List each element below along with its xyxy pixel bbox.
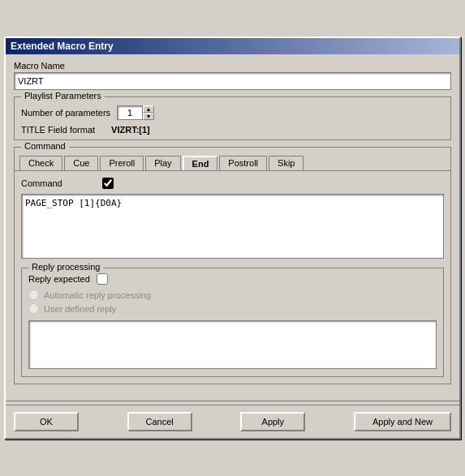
title-bar: Extended Macro Entry — [6, 38, 459, 54]
user-reply-row: User defined reply — [28, 303, 437, 314]
macro-name-label: Macro Name — [14, 61, 451, 71]
title-field-value: VIZRT:[1] — [111, 125, 150, 135]
auto-reply-radio[interactable] — [28, 289, 39, 300]
user-reply-radio[interactable] — [28, 303, 39, 314]
spinner-buttons: ▲ ▼ — [143, 105, 154, 120]
ok-button[interactable]: OK — [14, 412, 79, 431]
reply-textarea[interactable] — [28, 320, 437, 369]
spinner-down-button[interactable]: ▼ — [143, 113, 154, 120]
main-content: Macro Name Playlist Parameters Number of… — [6, 54, 459, 397]
command-check-row: Command — [21, 178, 444, 189]
apply-and-new-button[interactable]: Apply and New — [354, 412, 451, 431]
tab-end[interactable]: End — [183, 156, 218, 170]
tab-postroll[interactable]: Postroll — [219, 156, 267, 170]
auto-reply-row: Automatic reply processing — [28, 289, 437, 300]
window-title: Extended Macro Entry — [11, 41, 114, 52]
auto-reply-label: Automatic reply processing — [44, 290, 151, 300]
tab-play[interactable]: Play — [145, 156, 180, 170]
spinner-up-button[interactable]: ▲ — [143, 105, 154, 113]
command-checkbox[interactable] — [102, 178, 114, 189]
title-field-label: TITLE Field format — [21, 125, 95, 135]
reply-expected-label: Reply expected — [28, 274, 90, 284]
button-row: OK Cancel Apply Apply and New — [6, 405, 459, 438]
num-params-row: Number of parameters ▲ ▼ — [21, 105, 444, 120]
playlist-legend: Playlist Parameters — [21, 91, 105, 101]
cancel-button[interactable]: Cancel — [127, 412, 192, 431]
apply-button[interactable]: Apply — [240, 412, 305, 431]
tab-skip[interactable]: Skip — [269, 156, 304, 170]
command-legend: Command — [21, 141, 69, 151]
reply-expected-row: Reply expected — [28, 273, 437, 285]
command-textarea[interactable]: PAGE_STOP [1]{D0A} — [21, 194, 444, 259]
reply-expected-checkbox[interactable] — [97, 273, 108, 285]
command-row-label: Command — [21, 178, 78, 188]
num-params-input[interactable] — [117, 105, 143, 120]
playlist-group: Playlist Parameters Number of parameters… — [14, 96, 451, 140]
user-reply-label: User defined reply — [44, 304, 116, 314]
tab-content: Command PAGE_STOP [1]{D0A} Reply process… — [15, 170, 450, 384]
main-window: Extended Macro Entry Macro Name Playlist… — [4, 36, 461, 440]
reply-legend: Reply processing — [28, 262, 103, 272]
tab-check[interactable]: Check — [19, 156, 62, 170]
reply-group: Reply processing Reply expected Automati… — [21, 268, 444, 377]
command-group: Command Check Cue Preroll Play End Postr… — [14, 147, 451, 384]
num-params-label: Number of parameters — [21, 108, 110, 118]
title-field-row: TITLE Field format VIZRT:[1] — [21, 125, 444, 135]
macro-name-input[interactable] — [14, 72, 451, 90]
tab-preroll[interactable]: Preroll — [100, 156, 144, 170]
tab-cue[interactable]: Cue — [64, 156, 98, 170]
tabs-bar: Check Cue Preroll Play End Postroll Skip — [15, 151, 450, 170]
spinner-wrapper: ▲ ▼ — [117, 105, 154, 120]
